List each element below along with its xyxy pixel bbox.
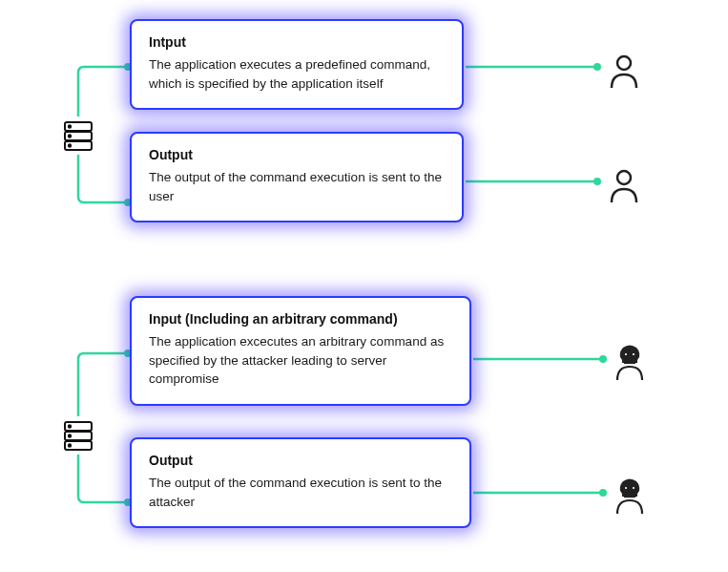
svg-point-21: [69, 444, 71, 446]
card-attack-output: Output The output of the command executi…: [130, 437, 471, 528]
svg-point-14: [599, 355, 607, 363]
card-attack-input: Input (Including an arbitrary command) T…: [130, 296, 471, 406]
attacker-icon: [614, 477, 645, 514]
svg-rect-26: [633, 360, 634, 363]
server-icon: [61, 418, 95, 453]
svg-point-8: [69, 135, 71, 137]
svg-point-9: [69, 144, 71, 146]
card-title: Output: [149, 147, 445, 162]
attacker-icon: [614, 344, 645, 380]
svg-point-19: [69, 425, 71, 427]
svg-point-23: [632, 352, 635, 356]
card-body: The output of the command execution is s…: [149, 168, 445, 205]
card-body: The application excecutes an arbitrary c…: [149, 332, 452, 389]
svg-point-20: [69, 434, 71, 436]
svg-point-15: [599, 489, 607, 497]
card-normal-output: Output The output of the command executi…: [130, 132, 464, 222]
svg-point-22: [624, 352, 628, 356]
card-title: Input (Including an arbitrary command): [149, 311, 452, 327]
card-body: The output of the command execution is s…: [149, 474, 452, 511]
svg-point-2: [593, 63, 601, 71]
card-title: Intput: [149, 34, 445, 50]
svg-rect-30: [629, 494, 631, 497]
svg-rect-31: [633, 494, 634, 497]
svg-point-28: [632, 486, 635, 490]
svg-point-7: [69, 125, 71, 127]
card-body: The application executes a predefined co…: [149, 55, 445, 93]
card-title: Output: [149, 453, 452, 468]
svg-point-11: [617, 171, 631, 184]
svg-rect-24: [625, 360, 627, 363]
svg-point-27: [624, 486, 628, 490]
user-icon: [609, 168, 639, 204]
svg-point-3: [593, 178, 601, 185]
svg-point-10: [617, 56, 631, 70]
svg-rect-25: [629, 360, 631, 363]
svg-rect-29: [625, 494, 627, 497]
card-normal-input: Intput The application executes a predef…: [130, 19, 464, 110]
server-icon: [61, 118, 95, 153]
user-icon: [609, 53, 639, 90]
